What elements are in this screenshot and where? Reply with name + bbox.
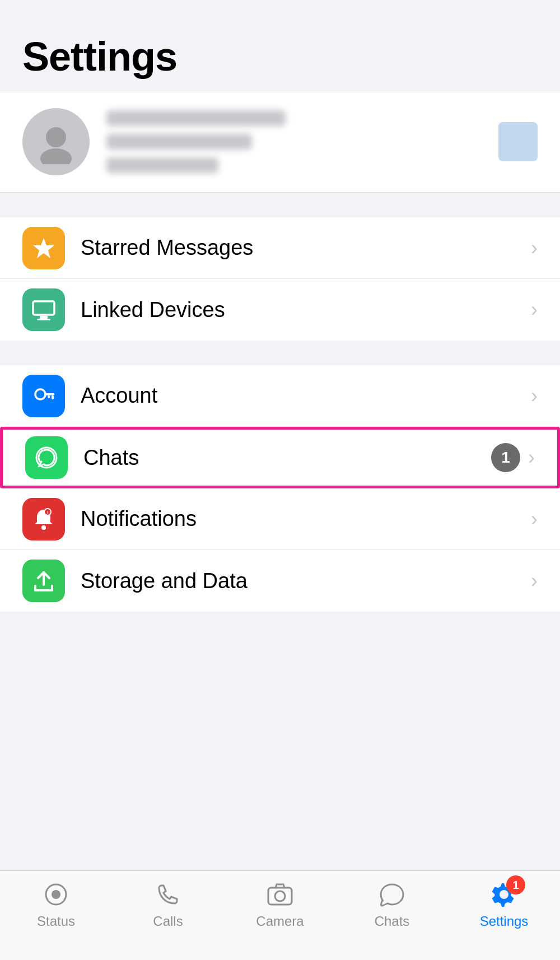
avatar — [22, 108, 90, 175]
tab-chats[interactable]: Chats — [336, 880, 448, 929]
profile-section[interactable] — [0, 91, 560, 193]
svg-marker-2 — [33, 238, 54, 258]
profile-info — [106, 110, 482, 173]
header: Settings — [0, 0, 560, 91]
camera-tab-icon — [263, 880, 297, 909]
starred-messages-chevron: › — [531, 236, 538, 260]
svg-point-17 — [275, 891, 285, 901]
starred-messages-label: Starred Messages — [81, 236, 531, 260]
profile-phone-blurred — [106, 157, 218, 173]
chats-item[interactable]: Chats 1 › — [0, 427, 560, 488]
svg-point-11 — [41, 525, 46, 530]
linked-devices-chevron: › — [531, 298, 538, 321]
svg-rect-4 — [40, 316, 48, 319]
svg-point-15 — [52, 890, 60, 899]
key-icon — [31, 383, 57, 409]
svg-point-6 — [35, 389, 45, 399]
notifications-chevron: › — [531, 507, 538, 531]
account-icon — [22, 375, 65, 417]
settings-tab-label: Settings — [480, 914, 529, 929]
bell-icon: ! — [31, 506, 57, 532]
linked-devices-label: Linked Devices — [81, 298, 531, 322]
page-title: Settings — [22, 34, 538, 80]
section-spacer-1 — [0, 193, 560, 217]
calls-tab-icon — [151, 880, 185, 909]
svg-rect-5 — [37, 319, 50, 320]
settings-tab-badge: 1 — [506, 875, 525, 894]
svg-rect-7 — [44, 393, 54, 395]
settings-tab-icon: 1 — [487, 880, 521, 909]
chats-label: Chats — [83, 446, 491, 470]
upload-icon — [31, 568, 57, 594]
linked-devices-icon — [22, 288, 65, 331]
svg-point-1 — [40, 148, 72, 164]
svg-rect-9 — [48, 395, 50, 398]
storage-icon — [22, 560, 65, 602]
section-spacer-2 — [0, 341, 560, 365]
storage-item[interactable]: Storage and Data › — [0, 550, 560, 612]
whatsapp-icon — [34, 445, 59, 470]
status-tab-label: Status — [37, 914, 75, 929]
tab-bar: Status Calls Camera Chats — [0, 870, 560, 960]
notifications-label: Notifications — [81, 507, 531, 531]
tab-camera[interactable]: Camera — [224, 880, 336, 929]
calls-tab-label: Calls — [153, 914, 183, 929]
svg-rect-3 — [33, 301, 54, 315]
svg-point-0 — [46, 127, 66, 147]
account-label: Account — [81, 384, 531, 408]
svg-rect-8 — [52, 395, 54, 399]
chats-tab-label: Chats — [375, 914, 410, 929]
chats-chevron: › — [528, 446, 535, 469]
tab-settings[interactable]: 1 Settings — [448, 880, 560, 929]
tab-status[interactable]: Status — [0, 880, 112, 929]
account-chevron: › — [531, 384, 538, 408]
camera-tab-label: Camera — [256, 914, 304, 929]
svg-point-19 — [500, 890, 508, 899]
settings-group-1: Starred Messages › Linked Devices › — [0, 217, 560, 341]
storage-label: Storage and Data — [81, 569, 531, 593]
linked-devices-item[interactable]: Linked Devices › — [0, 279, 560, 341]
settings-group-2: Account › Chats 1 › ! Notifications › — [0, 365, 560, 612]
starred-messages-item[interactable]: Starred Messages › — [0, 217, 560, 279]
profile-status-blurred — [106, 134, 252, 150]
profile-name-blurred — [106, 110, 286, 126]
star-icon — [31, 235, 57, 261]
tab-calls[interactable]: Calls — [112, 880, 224, 929]
monitor-icon — [31, 297, 57, 323]
starred-messages-icon — [22, 227, 65, 269]
avatar-icon — [34, 119, 78, 164]
svg-text:!: ! — [47, 510, 49, 515]
account-item[interactable]: Account › — [0, 365, 560, 427]
chats-tab-icon — [375, 880, 409, 909]
chats-badge: 1 — [491, 443, 520, 472]
chats-icon — [25, 436, 68, 479]
notifications-icon: ! — [22, 498, 65, 540]
qr-code-icon[interactable] — [498, 122, 538, 161]
status-tab-icon — [39, 880, 73, 909]
storage-chevron: › — [531, 569, 538, 593]
notifications-item[interactable]: ! Notifications › — [0, 488, 560, 550]
